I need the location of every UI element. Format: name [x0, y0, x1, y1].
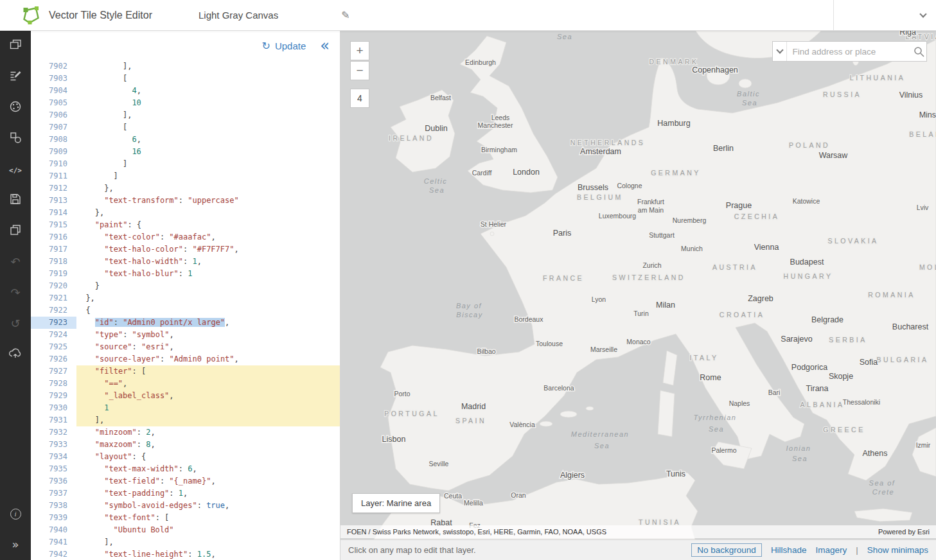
code-line-7927[interactable]: 7927"filter": [	[31, 365, 340, 378]
code-line-7907[interactable]: 7907[	[31, 121, 340, 134]
code-line-7911[interactable]: 7911]	[31, 170, 340, 182]
map-label-city: Barcelona	[543, 384, 574, 392]
code-line-7906[interactable]: 7906],	[31, 109, 340, 121]
line-number: 7933	[31, 439, 76, 451]
search-input[interactable]	[787, 42, 911, 61]
zoom-out-button[interactable]: −	[350, 61, 369, 80]
duplicate-icon	[9, 223, 22, 239]
code-line-7918[interactable]: 7918"text-halo-width": 1,	[31, 256, 340, 268]
code-line-7923[interactable]: 7923"id": "Admin0 point/x large",	[31, 317, 340, 329]
map-label-city: Monaco	[626, 338, 651, 346]
code-line-7930[interactable]: 79301	[31, 402, 340, 414]
sidebar-edit-icon[interactable]	[0, 62, 31, 92]
code-line-7926[interactable]: 7926"source-layer": "Admin0 point",	[31, 353, 340, 365]
code-line-7909[interactable]: 790916	[31, 146, 340, 158]
line-number: 7929	[31, 390, 76, 402]
map-label-city: Turin	[633, 310, 649, 317]
line-number: 7914	[31, 207, 76, 219]
code-line-7935[interactable]: 7935"text-max-width": 6,	[31, 463, 340, 475]
line-number: 7902	[31, 60, 76, 73]
code-line-7913[interactable]: 7913"text-transform": "uppercase"	[31, 195, 340, 207]
options-separator: |	[856, 545, 858, 555]
code-line-7937[interactable]: 7937"text-padding": 1,	[31, 487, 340, 500]
code-line-7908[interactable]: 79086,	[31, 134, 340, 146]
code-line-7925[interactable]: 7925"source": "esri",	[31, 341, 340, 353]
map-label-country: SPAIN	[455, 417, 486, 424]
sidebar-palette-icon[interactable]	[0, 92, 31, 123]
update-button[interactable]: ↻ Update	[262, 40, 306, 52]
code-line-7921[interactable]: 7921},	[31, 292, 340, 304]
show-minimaps-link[interactable]: Show minimaps	[867, 545, 928, 555]
code-line-7933[interactable]: 7933"maxzoom": 8,	[31, 439, 340, 451]
background-option-imagery[interactable]: Imagery	[815, 545, 847, 555]
code-line-7903[interactable]: 7903[	[31, 73, 340, 85]
code-line-7938[interactable]: 7938"symbol-avoid-edges": true,	[31, 500, 340, 512]
sidebar-cloud-upload-icon[interactable]	[0, 339, 31, 370]
code-text: "text-halo-blur": 1	[76, 268, 340, 280]
sidebar-save-icon[interactable]	[0, 185, 31, 216]
map-label-sea: Sea	[742, 99, 757, 107]
map-label-country: NETHERLANDS	[570, 139, 646, 146]
code-editor[interactable]: 7902],7903[79044,7905107906],7907[79086,…	[31, 60, 340, 560]
code-text: ],	[76, 414, 340, 426]
sidebar-history-icon[interactable]: ↺	[0, 308, 31, 339]
code-line-7939[interactable]: 7939"text-font": [	[31, 512, 340, 524]
search-source-dropdown[interactable]	[773, 42, 787, 61]
code-line-7932[interactable]: 7932"minzoom": 2,	[31, 426, 340, 439]
code-line-7905[interactable]: 790510	[31, 97, 340, 109]
code-line-7924[interactable]: 7924"type": "symbol",	[31, 329, 340, 341]
line-number: 7916	[31, 231, 76, 243]
map-label-country: AUSTRIA	[712, 263, 757, 271]
header-dropdown[interactable]	[833, 0, 936, 30]
map-label-country: CROATIA	[720, 311, 764, 319]
background-option-hillshade[interactable]: Hillshade	[771, 545, 807, 555]
map-label-city: Lviv	[917, 204, 929, 211]
map-label-country: ROMANIA	[868, 291, 915, 299]
map-label-cap: Bucharest	[892, 322, 929, 331]
sidebar-undo-icon[interactable]: ↶	[0, 247, 31, 277]
code-line-7941[interactable]: 7941],	[31, 536, 340, 548]
app-logo-icon	[21, 6, 40, 25]
map-label-city: Marseille	[590, 346, 617, 353]
code-line-7917[interactable]: 7917"text-halo-color": "#F7F7F7",	[31, 243, 340, 256]
code-line-7902[interactable]: 7902],	[31, 60, 340, 73]
code-line-7922[interactable]: 7922{	[31, 304, 340, 317]
code-line-7919[interactable]: 7919"text-halo-blur": 1	[31, 268, 340, 280]
line-number: 7920	[31, 280, 76, 292]
sidebar-expand-icon[interactable]: »	[0, 529, 31, 560]
map-label-cap: Minsk	[919, 110, 936, 119]
code-line-7920[interactable]: 7920}	[31, 280, 340, 292]
code-line-7942[interactable]: 7942"text-line-height": 1.5,	[31, 548, 340, 560]
sidebar-info-icon[interactable]: i	[0, 498, 31, 529]
zoom-in-button[interactable]: +	[350, 41, 369, 60]
sidebar-redo-icon[interactable]: ↷	[0, 277, 31, 308]
sidebar-code-icon[interactable]: </>	[0, 154, 31, 185]
code-line-7904[interactable]: 79044,	[31, 85, 340, 97]
search-button[interactable]	[911, 42, 926, 61]
code-line-7931[interactable]: 7931],	[31, 414, 340, 426]
code-line-7940[interactable]: 7940"Ubuntu Bold"	[31, 524, 340, 536]
collapse-panel-button[interactable]: «	[320, 39, 330, 52]
app-window: Vector Tile Style Editor Light Gray Canv…	[0, 0, 936, 560]
code-line-7916[interactable]: 7916"text-color": "#aaafac",	[31, 231, 340, 243]
map-label-city: Seville	[429, 460, 449, 468]
code-line-7914[interactable]: 7914},	[31, 207, 340, 219]
sidebar-symbols-icon[interactable]	[0, 123, 31, 154]
code-line-7910[interactable]: 7910]	[31, 158, 340, 170]
code-line-7936[interactable]: 7936"text-field": "{_name}",	[31, 475, 340, 487]
code-text: [	[76, 73, 340, 85]
map-label-city: Cardiff	[472, 169, 492, 177]
line-number: 7937	[31, 487, 76, 500]
map-label-city: Belfast	[430, 94, 451, 101]
code-line-7912[interactable]: 7912},	[31, 182, 340, 195]
map-canvas[interactable]: SeaBalticSeaCelticSeaBay ofBiscayMediter…	[340, 31, 936, 539]
background-option-no-background[interactable]: No background	[691, 543, 762, 557]
code-line-7928[interactable]: 7928"==",	[31, 378, 340, 390]
sidebar-layers-icon[interactable]	[0, 31, 31, 62]
code-line-7934[interactable]: 7934"layout": {	[31, 451, 340, 463]
edit-style-name-icon[interactable]: ✎	[341, 9, 349, 21]
map-label-country: GERMANY	[651, 169, 701, 177]
code-line-7929[interactable]: 7929"_label_class",	[31, 390, 340, 402]
code-line-7915[interactable]: 7915"paint": {	[31, 219, 340, 231]
sidebar-duplicate-icon[interactable]	[0, 216, 31, 247]
